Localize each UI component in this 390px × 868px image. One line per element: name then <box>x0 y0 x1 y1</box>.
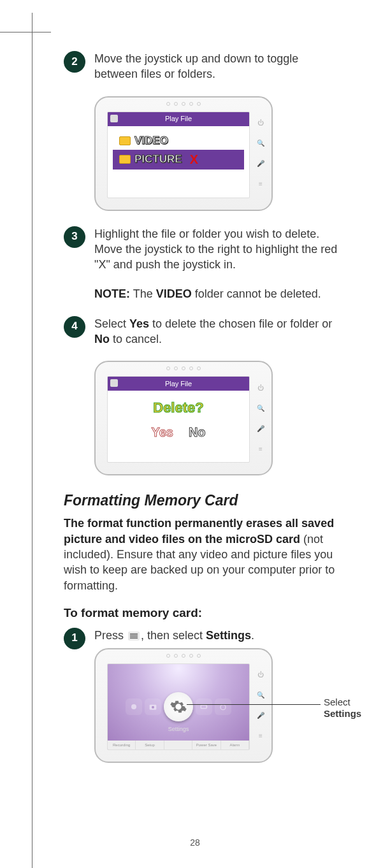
device-illustration-delete-confirm: ⏻ 🔍 🎤 ≡ Play File Delete? Yes No <box>94 361 273 475</box>
device-illustration-settings: ⏻ 🔍 🎤 ≡ Settings Recording Setup Power S <box>94 648 273 763</box>
note-text-1: The <box>130 287 156 300</box>
note-text-2: folder cannot be deleted. <box>192 287 321 300</box>
format-step-1-part-2: , then select <box>141 629 206 642</box>
svg-point-2 <box>152 706 154 709</box>
power-icon: ⏻ <box>257 119 264 127</box>
tab-alarm: Alarm <box>221 741 249 749</box>
callout-select-settings: Select Settings <box>324 697 361 720</box>
note-bold: VIDEO <box>156 287 192 300</box>
step-4-no: No <box>94 333 110 345</box>
home-menu: Settings Recording Setup Power Save Alar… <box>108 664 249 749</box>
note-prefix: NOTE: <box>94 287 130 300</box>
svg-rect-4 <box>206 706 207 708</box>
mic-icon: 🎤 <box>257 711 264 720</box>
screen-title: Play File <box>165 114 192 124</box>
menu-item-camera-icon <box>145 698 161 715</box>
section-lead-bold: The format function permanently erases a… <box>64 517 334 545</box>
settings-figure-wrapper: ⏻ 🔍 🎤 ≡ Settings Recording Setup Power S <box>94 648 339 763</box>
callout-line1: Select <box>324 697 350 707</box>
delete-question: Delete? <box>153 398 203 417</box>
step-4-part-2: to delete the chosen file or folder or <box>149 317 332 330</box>
folder-row-video: VIDEO <box>113 133 244 150</box>
search-icon: 🔍 <box>257 404 264 413</box>
home-menu-label: Settings <box>108 725 249 733</box>
menu-item-alarm-icon <box>215 698 231 715</box>
step-2: 2 Move the joystick up and down to toggl… <box>64 51 339 82</box>
delete-x-icon: X <box>190 151 198 168</box>
folder-label-picture: PICTURE <box>134 152 182 167</box>
folder-label-video: VIDEO <box>134 134 168 148</box>
step-4-part-1: Select <box>94 317 129 330</box>
folder-icon <box>119 155 131 164</box>
delete-no: No <box>189 424 206 441</box>
svg-point-0 <box>131 704 136 709</box>
menu-bottom-tabs: Recording Setup Power Save Alarm <box>108 741 249 749</box>
mic-icon: 🎤 <box>257 159 264 168</box>
menu-icon: ≡ <box>259 732 263 741</box>
menu-icon: ≡ <box>259 180 263 189</box>
menu-item-battery-icon <box>196 698 212 715</box>
step-badge-1: 1 <box>64 628 85 649</box>
callout-line <box>187 704 321 705</box>
tab-recording: Recording <box>108 741 136 749</box>
format-step-1-settings: Settings <box>206 629 251 642</box>
format-step-1-suffix: . <box>251 629 254 642</box>
step-badge-3: 3 <box>64 226 85 248</box>
menu-button-icon <box>128 632 140 640</box>
step-4-yes: Yes <box>129 317 149 330</box>
subhead-to-format: To format memory card: <box>64 605 339 621</box>
section-lead: The format function permanently erases a… <box>64 516 339 593</box>
search-icon: 🔍 <box>257 691 264 700</box>
folder-row-picture-selected: PICTURE X <box>113 150 244 170</box>
step-badge-4: 4 <box>64 316 85 338</box>
tab-power-save: Power Save <box>192 741 220 749</box>
step-3-text: Highlight the file or folder you wish to… <box>94 226 339 273</box>
step-badge-2: 2 <box>64 51 85 73</box>
step-4-text: Select Yes to delete the chosen file or … <box>94 316 339 347</box>
power-icon: ⏻ <box>257 384 264 393</box>
note-video-folder: NOTE: The VIDEO folder cannot be deleted… <box>64 286 339 301</box>
step-3: 3 Highlight the file or folder you wish … <box>64 226 339 273</box>
screen-title-bar: Play File <box>108 112 249 126</box>
search-icon: 🔍 <box>257 139 264 148</box>
delete-yes: Yes <box>151 424 173 441</box>
tab-setup: Setup <box>136 741 164 749</box>
menu-icon: ≡ <box>259 445 263 454</box>
section-heading: Formatting Memory Card <box>64 491 339 510</box>
page-number: 28 <box>0 837 390 849</box>
power-icon: ⏻ <box>257 670 264 679</box>
delete-dialog: Delete? Yes No <box>108 377 249 462</box>
svg-rect-3 <box>201 705 206 708</box>
device-illustration-play-file: ⏻ 🔍 🎤 ≡ Play File VIDEO PICTURE X <box>94 96 273 211</box>
menu-item-record-icon <box>126 698 142 715</box>
back-icon <box>110 115 118 122</box>
format-step-1: 1 Press , then select Settings. <box>64 628 339 643</box>
format-step-1-part-1: Press <box>94 629 127 642</box>
step-4-part-3: to cancel. <box>110 333 162 345</box>
step-4: 4 Select Yes to delete the chosen file o… <box>64 316 339 347</box>
callout-line2: Settings <box>324 708 361 719</box>
step-2-text: Move the joystick up and down to toggle … <box>94 51 339 82</box>
tab-empty <box>164 741 192 749</box>
settings-gear-icon <box>164 692 193 721</box>
mic-icon: 🎤 <box>257 424 264 433</box>
folder-icon <box>119 136 131 145</box>
svg-point-5 <box>220 705 226 710</box>
format-step-1-text: Press , then select Settings. <box>94 628 339 643</box>
